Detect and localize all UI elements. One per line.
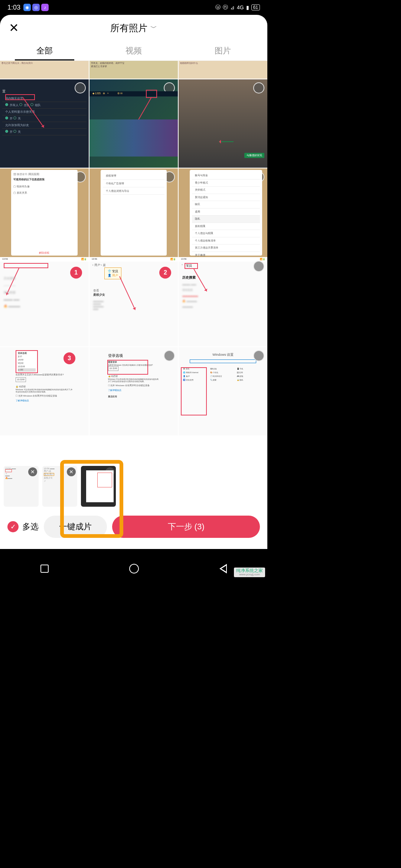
next-button[interactable]: 下一步 (3)	[112, 516, 260, 538]
battery-indicator: 61	[251, 4, 260, 10]
selected-thumb[interactable]: ✕ 13:56 ▬▬ ↘▬▬🔥▬▬	[4, 466, 39, 507]
back-button[interactable]	[219, 564, 227, 573]
wifi-icon: ⊿	[230, 4, 235, 10]
nfc-icon: ⓝ	[223, 4, 228, 11]
selected-strip: ✕ 13:56 ▬▬ ↘▬▬🔥▬▬ ✕ 13:56 ▬▬用户›是宝贝/用户是枝少…	[0, 461, 267, 509]
tab-image[interactable]: 图片	[178, 41, 267, 60]
hd-icon: ⓤ	[215, 4, 221, 11]
check-icon: ✓	[7, 521, 19, 532]
grid-cell[interactable]: 3 登录选项 从不1分钟5分钟15分钟 1小时 在您离开之后多久Windows应…	[0, 347, 89, 436]
grid-cell[interactable]: 置 局内聊天设置 所有人 全队 组队 个人资料显示亲密关系 开 关 允许添加我为…	[0, 79, 89, 168]
step-badge: 3	[63, 352, 75, 364]
grid-cell[interactable]: 她隐隐察觉到什么	[179, 61, 267, 79]
grid-cell[interactable]: 登录选项 需要登录 你希望 Windows 在你离开电脑多久后要求你重新登录? …	[89, 347, 178, 436]
status-app-icon-1: ◉	[23, 4, 31, 11]
grid-cell[interactable]: 与微信好友玩	[179, 79, 267, 168]
status-bar: 1:03 ◉ ◎ ♪ ⓤ ⓝ ⊿ 4G ▮ 61	[0, 0, 267, 15]
grid-cell[interactable]: Windows 设置 🖥 系统⌨ 设备📱 手机 🌐 网络和 Internet🎨 …	[179, 347, 267, 436]
tab-all[interactable]: 全部	[0, 41, 89, 60]
watermark: 纯净系统之家 www.ycxyjj.com	[234, 568, 265, 577]
picker-panel: ✕ 所有照片 ﹀ 全部 视频 图片 春伦之夜与我无关，我自有所归 李尚龙、老杨的…	[0, 15, 267, 549]
status-time: 1:03	[7, 4, 20, 11]
grid-cell[interactable]: 账号与安全 青少年模式 关怀模式 新消息通知 聊天 通用 隐私 朋友权限 个人信…	[179, 168, 267, 257]
home-button[interactable]	[129, 564, 139, 573]
close-button[interactable]: ✕	[9, 21, 19, 35]
system-nav-bar	[0, 559, 267, 579]
grid-cell[interactable]: 春伦之夜与我无关，我自有所归	[0, 61, 89, 79]
select-circle[interactable]	[75, 82, 86, 93]
grid-cell[interactable]: ◆ 1205 ⊕ + ⚙ ✉	[89, 79, 178, 168]
tutorial-highlight	[60, 460, 123, 538]
grid-cell[interactable]: 授权管理 个性化广告管理 个人信息浏览与导出	[89, 168, 178, 257]
tabs: 全部 视频 图片	[0, 41, 267, 61]
photo-grid: 春伦之夜与我无关，我自有所归 李尚龙、老杨的猫来喵、易烊千玺雾满拦江 李梦霁 她…	[0, 61, 267, 435]
grid-cell[interactable]: ▦ 微信读书 网页应用 可使用你的以下信息或权限 ▢ 昵称和头像 ▢ 朋友关系 …	[0, 168, 89, 257]
multiselect-label: 多选	[22, 521, 39, 532]
tab-video[interactable]: 视频	[89, 41, 178, 60]
select-circle[interactable]	[253, 350, 264, 361]
album-dropdown[interactable]: 所有照片 ﹀	[110, 22, 157, 34]
grid-cell[interactable]: 13:56📶🔋 ‹ 宝贝 历史搜索 ▬▬▬ ▬▬猜你想搜▬▬▬▬▬▬🔥 ▬▬▬▬…	[179, 258, 267, 346]
signal-icon: 4G	[237, 4, 244, 10]
recents-button[interactable]	[40, 565, 49, 573]
grid-cell[interactable]: 13:56📶🔋 ‹ 用户 › 是 👕 宝贝 👤 用户 2 查看是枝少女 ▬▬▬▬…	[89, 258, 178, 346]
select-circle[interactable]	[253, 261, 264, 272]
select-circle[interactable]	[164, 350, 175, 361]
remove-thumb-button[interactable]: ✕	[28, 467, 37, 476]
chevron-down-icon: ﹀	[150, 23, 157, 32]
select-circle[interactable]	[253, 82, 264, 93]
signal-bars-icon: ▮	[246, 4, 249, 10]
bottom-bar: ✓ 多选 一键成片 下一步 (3)	[0, 512, 267, 542]
grid-cell[interactable]: 李尚龙、老杨的猫来喵、易烊千玺雾满拦江 李梦霁	[89, 61, 178, 79]
header: ✕ 所有照片 ﹀	[0, 15, 267, 41]
album-title: 所有照片	[110, 22, 147, 34]
status-app-icon-2: ◎	[32, 4, 40, 11]
multiselect-toggle[interactable]: ✓ 多选	[7, 521, 39, 532]
grid-cell[interactable]: 13:56📶🔋 1 历史搜索————猜你想搜▬▬▬ ▬▬🔥 ▬▬▬▬	[0, 258, 89, 346]
status-app-icon-3: ♪	[41, 4, 49, 11]
